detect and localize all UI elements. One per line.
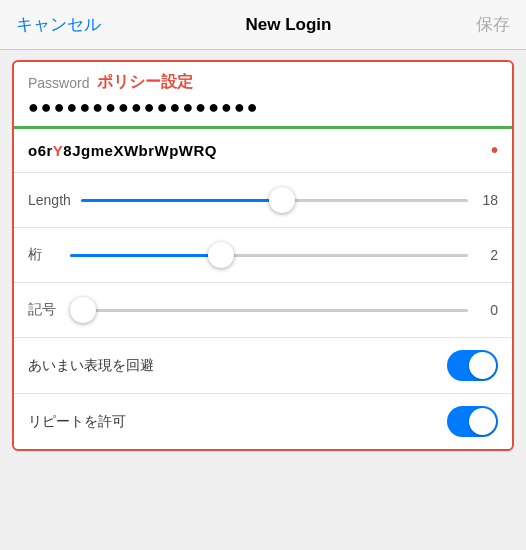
symbol-thumb[interactable] [70,297,96,323]
symbol-track [70,309,468,312]
ambiguous-toggle-row: あいまい表現を回避 [14,338,512,394]
digit-value: 2 [478,247,498,263]
length-slider[interactable] [81,185,468,215]
digit-track [70,254,468,257]
generated-password: o6rY8JgmeXWbrWpWRQ [28,142,217,159]
ambiguous-label: あいまい表現を回避 [28,357,154,375]
repeat-label: リピートを許可 [28,413,126,431]
cancel-button[interactable]: キャンセル [16,13,101,36]
digit-fill [70,254,221,257]
nav-bar: キャンセル New Login 保存 [0,0,526,50]
password-label: Password [28,75,89,91]
length-fill [81,199,282,202]
symbol-label: 記号 [28,301,60,319]
length-value: 18 [478,192,498,208]
digit-thumb[interactable] [208,242,234,268]
length-slider-row: Length 18 [14,173,512,228]
digit-label: 桁 [28,246,60,264]
length-thumb[interactable] [269,187,295,213]
repeat-knob [469,408,496,435]
password-section: Password ポリシー設定 ●●●●●●●●●●●●●●●●●● [14,62,512,129]
symbol-slider[interactable] [70,295,468,325]
nav-title: New Login [246,15,332,35]
symbol-slider-row: 記号 0 [14,283,512,338]
symbol-value: 0 [478,302,498,318]
length-track [81,199,468,202]
refresh-icon[interactable]: • [491,139,498,162]
password-label-row: Password ポリシー設定 [28,72,498,93]
repeat-toggle[interactable] [447,406,498,437]
generated-password-row[interactable]: o6rY8JgmeXWbrWpWRQ • [14,129,512,173]
digit-slider[interactable] [70,240,468,270]
save-button[interactable]: 保存 [476,13,510,36]
ambiguous-toggle[interactable] [447,350,498,381]
repeat-toggle-row: リピートを許可 [14,394,512,449]
password-dots: ●●●●●●●●●●●●●●●●●● [28,97,498,126]
ambiguous-knob [469,352,496,379]
length-label: Length [28,192,71,208]
digit-slider-row: 桁 2 [14,228,512,283]
main-panel: Password ポリシー設定 ●●●●●●●●●●●●●●●●●● o6rY8… [12,60,514,451]
policy-label: ポリシー設定 [97,72,193,93]
